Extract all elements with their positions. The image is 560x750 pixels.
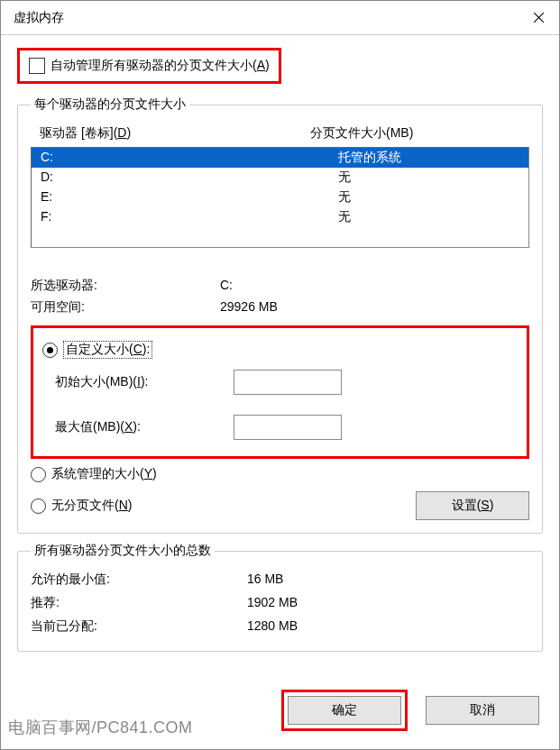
selected-drive-label: 所选驱动器: <box>31 278 220 294</box>
no-pagefile-label: 无分页文件(N) <box>51 498 132 514</box>
drive-info: 所选驱动器: C: 可用空间: 29926 MB <box>31 275 529 318</box>
current-allocated-label: 当前已分配: <box>31 618 247 635</box>
custom-size-label: 自定义大小(C): <box>63 341 152 359</box>
titlebar: 虚拟内存 <box>1 1 559 35</box>
recommended-label: 推荐: <box>31 595 247 611</box>
no-pagefile-radio[interactable] <box>31 498 46 514</box>
current-allocated-value: 1280 MB <box>247 618 298 635</box>
selected-drive-value: C: <box>220 278 233 294</box>
dialog-buttons: 确定 取消 <box>281 690 539 731</box>
drive-row[interactable]: F:无 <box>32 207 528 227</box>
drive-row[interactable]: D:无 <box>32 168 528 188</box>
max-size-input[interactable] <box>234 415 342 440</box>
highlight-ok: 确定 <box>281 690 408 731</box>
drive-list-headers: 驱动器 [卷标](D) 分页文件大小(MB) <box>31 122 529 147</box>
dialog-content: 自动管理所有驱动器的分页文件大小(A) 每个驱动器的分页文件大小 驱动器 [卷标… <box>1 35 559 661</box>
custom-size-radio[interactable] <box>42 343 58 358</box>
auto-manage-checkbox-row[interactable]: 自动管理所有驱动器的分页文件大小(A) <box>29 56 270 76</box>
max-size-label: 最大值(MB)(X): <box>55 419 234 435</box>
available-space-value: 29926 MB <box>220 299 278 316</box>
highlight-custom-size: 自定义大小(C): 初始大小(MB)(I): 最大值(MB)(X): <box>31 325 529 459</box>
no-pagefile-radio-row[interactable]: 无分页文件(N) <box>31 494 132 517</box>
drive-name: F: <box>41 209 338 225</box>
per-drive-fieldset: 每个驱动器的分页文件大小 驱动器 [卷标](D) 分页文件大小(MB) C:托管… <box>17 96 543 534</box>
drive-name: C: <box>41 150 338 166</box>
drive-row[interactable]: C:托管的系统 <box>32 148 528 168</box>
drive-status: 无 <box>338 209 351 225</box>
initial-size-label: 初始大小(MB)(I): <box>55 374 234 390</box>
totals-legend: 所有驱动器分页文件大小的总数 <box>31 543 215 559</box>
highlight-auto-manage: 自动管理所有驱动器的分页文件大小(A) <box>17 48 281 84</box>
drive-row[interactable]: E:无 <box>32 188 528 207</box>
window-title: 虚拟内存 <box>14 10 64 26</box>
close-button[interactable] <box>518 1 559 35</box>
drive-name: D: <box>41 169 338 186</box>
cancel-button[interactable]: 取消 <box>426 696 539 725</box>
system-managed-label: 系统管理的大小(Y) <box>51 466 157 482</box>
drive-status: 托管的系统 <box>338 150 401 166</box>
initial-size-input[interactable] <box>234 370 342 395</box>
header-drive: 驱动器 [卷标](D) <box>40 125 310 142</box>
custom-size-radio-row[interactable]: 自定义大小(C): <box>42 337 518 362</box>
totals-fieldset: 所有驱动器分页文件大小的总数 允许的最小值: 16 MB 推荐: 1902 MB… <box>17 543 543 652</box>
available-space-label: 可用空间: <box>31 299 220 316</box>
auto-manage-label: 自动管理所有驱动器的分页文件大小(A) <box>50 58 270 74</box>
system-managed-radio-row[interactable]: 系统管理的大小(Y) <box>31 459 529 486</box>
auto-manage-checkbox[interactable] <box>29 58 45 74</box>
watermark-left: 电脑百事网/PC841.COM <box>8 717 193 738</box>
drive-status: 无 <box>338 189 351 206</box>
header-pagefile: 分页文件大小(MB) <box>310 125 413 142</box>
min-allowed-label: 允许的最小值: <box>31 572 247 588</box>
set-button[interactable]: 设置(S) <box>416 491 529 520</box>
recommended-value: 1902 MB <box>247 595 298 611</box>
per-drive-legend: 每个驱动器的分页文件大小 <box>31 96 189 113</box>
drive-list[interactable]: C:托管的系统D:无E:无F:无 <box>31 147 529 248</box>
close-icon <box>534 13 544 23</box>
drive-status: 无 <box>338 169 351 186</box>
ok-button[interactable]: 确定 <box>288 696 401 725</box>
system-managed-radio[interactable] <box>31 467 46 482</box>
min-allowed-value: 16 MB <box>247 572 283 588</box>
drive-name: E: <box>41 189 338 206</box>
